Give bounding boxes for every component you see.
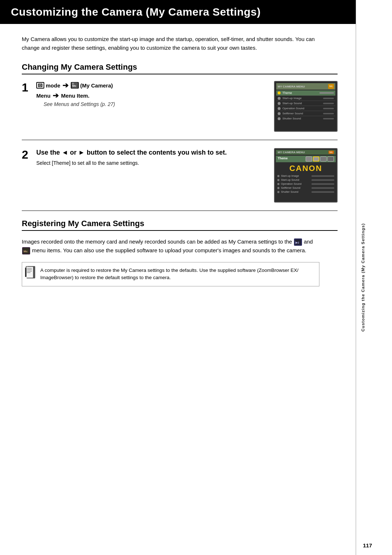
intro-paragraph: My Camera allows you to customize the st… xyxy=(22,35,319,52)
svg-text:Mc: Mc xyxy=(72,84,77,87)
screen2-icon: Mc xyxy=(328,151,334,154)
s2-item-3: Selftimer Sound xyxy=(276,186,336,190)
step1-mode: mode xyxy=(46,82,60,89)
playback-icon xyxy=(36,82,44,89)
screen1-header-text: MY CAMERA MENU xyxy=(278,85,305,88)
screen1-item-5: Shutter Sound xyxy=(276,116,335,121)
screen1-item-0: Theme xyxy=(276,90,335,96)
camera-screen1: MY CAMERA MENU Mc Theme Start-up Image xyxy=(274,81,338,132)
screen2-header-text: MY CAMERA MENU xyxy=(278,151,305,154)
s2-item-2: Operation Sound xyxy=(276,182,336,186)
screen2-theme-bar: Theme xyxy=(276,156,336,162)
reg-icon2: Mc xyxy=(22,247,30,254)
step2-row: 2 Use the ◄ or ► button to select the co… xyxy=(22,148,338,203)
step1-number: 1 xyxy=(22,82,33,93)
screen1-header: MY CAMERA MENU Mc xyxy=(276,83,335,90)
dot2 xyxy=(278,102,281,105)
step1-left: 1 mode ➔ xyxy=(22,81,265,107)
note-book-icon xyxy=(25,266,37,278)
step1-menu: Menu xyxy=(36,93,50,99)
dot5 xyxy=(278,117,281,120)
side-tab-text: Customizing the Camera (My Camera Settin… xyxy=(360,223,366,332)
section2-heading: Registering My Camera Settings xyxy=(22,219,338,231)
step2-title: Use the ◄ or ► button to select the cont… xyxy=(36,148,227,157)
registering-paragraph: Images recorded onto the memory card and… xyxy=(22,237,319,255)
note-box: A computer is required to restore the My… xyxy=(22,262,319,286)
step1-row: 1 mode ➔ xyxy=(22,81,338,132)
svg-rect-14 xyxy=(27,271,32,272)
step2-left: 2 Use the ◄ or ► button to select the co… xyxy=(22,148,265,167)
s2-item-4: Shutter Sound xyxy=(276,190,336,194)
screen1-item-2: Start-up Sound xyxy=(276,101,335,106)
svg-rect-13 xyxy=(27,269,32,270)
screen1-icon: Mc xyxy=(328,84,334,89)
svg-rect-5 xyxy=(72,83,74,85)
screen1-item-1: Start-up Image xyxy=(276,96,335,101)
divider2 xyxy=(22,211,338,211)
section1-heading: Changing My Camera Settings xyxy=(22,62,338,74)
screen1-item-3: Operation Sound xyxy=(276,106,335,111)
svg-rect-12 xyxy=(27,268,32,269)
main-content: Customizing the Camera (My Camera Settin… xyxy=(0,0,356,555)
step1-title-line2: Menu ➔ Menu Item. xyxy=(36,91,115,100)
step2-body: Select [Theme] to set all to the same se… xyxy=(36,159,227,167)
page-number: 117 xyxy=(363,542,372,548)
page-wrapper: Customizing the Camera (My Camera Settin… xyxy=(0,0,392,555)
svg-text:Mc: Mc xyxy=(24,250,28,253)
page-title: Customizing the Camera (My Camera Settin… xyxy=(0,0,356,24)
divider1 xyxy=(22,140,338,140)
dot0 xyxy=(278,91,281,94)
step1-sub: See Menus and Settings (p. 27) xyxy=(44,101,115,107)
arrow2-icon: ➔ xyxy=(53,91,59,100)
screen1-inner: MY CAMERA MENU Mc Theme Start-up Image xyxy=(275,82,337,131)
screen2-big-text: CANON xyxy=(276,163,336,174)
dot4 xyxy=(278,112,281,115)
step2-content: Use the ◄ or ► button to select the cont… xyxy=(36,148,227,167)
reg-icon1: ▶2 xyxy=(294,238,302,246)
s2-item-0: Start-up Image xyxy=(276,174,336,178)
note-text: A computer is required to restore the My… xyxy=(40,267,314,282)
step2-number: 2 xyxy=(22,149,33,160)
mycamera-icon: Mc xyxy=(71,82,79,89)
svg-rect-16 xyxy=(25,268,26,277)
step1-myc-label: (My Camera) xyxy=(80,82,113,89)
svg-rect-15 xyxy=(27,272,30,273)
screen2-header: MY CAMERA MENU Mc xyxy=(276,150,336,155)
step1-menuitem: Menu Item. xyxy=(61,93,89,99)
svg-text:▶2: ▶2 xyxy=(295,241,299,244)
side-tab: Customizing the Camera (My Camera Settin… xyxy=(356,0,370,555)
step1-title-line: mode ➔ Mc (My Camera) xyxy=(36,81,115,90)
dot3 xyxy=(278,107,281,110)
s2-item-1: Start-up Sound xyxy=(276,178,336,182)
dot1 xyxy=(278,97,281,100)
camera-screen2: MY CAMERA MENU Mc Theme CANON Start-up I… xyxy=(274,148,338,203)
step1-content: mode ➔ Mc (My Camera) xyxy=(36,81,115,107)
arrow1-icon: ➔ xyxy=(62,81,69,90)
screen1-item-4: Selftimer Sound xyxy=(276,111,335,116)
svg-point-2 xyxy=(40,85,41,86)
